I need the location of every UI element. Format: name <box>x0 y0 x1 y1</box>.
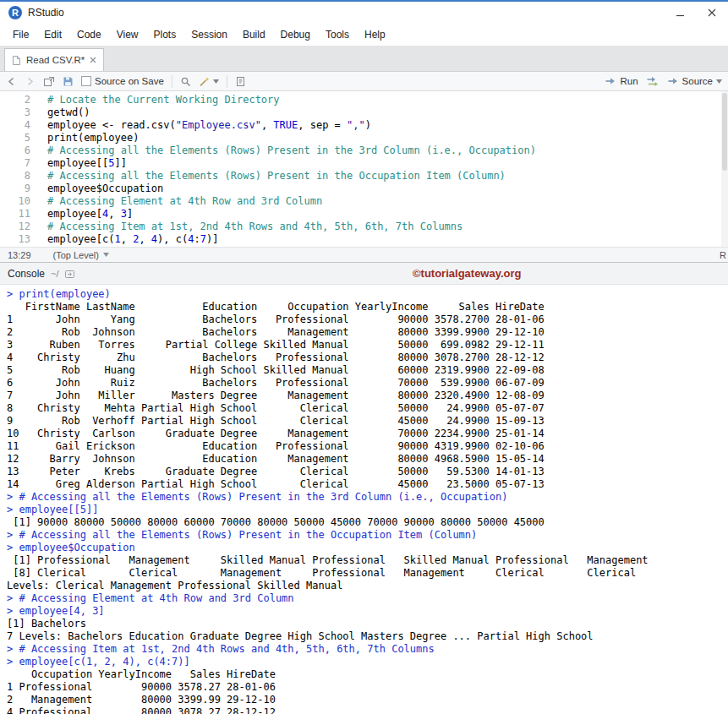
close-button[interactable] <box>706 7 718 19</box>
console-output[interactable]: > print(employee) FirstName LastName Edu… <box>0 285 728 714</box>
console-line: > employee$Occupation <box>7 542 728 554</box>
file-type-selector[interactable]: R Script <box>720 250 728 260</box>
console-line: > # Accessing all the Elements (Rows) Pr… <box>7 529 728 542</box>
line-number: 2 <box>0 94 30 106</box>
console-line: 1 John Yang Bachelors Professional 90000… <box>7 313 728 326</box>
console-line: FirstName LastName Education Occupation … <box>7 301 728 313</box>
console-line: > employee[4, 3] <box>7 605 728 618</box>
line-number: 4 <box>0 119 30 132</box>
menu-plots[interactable]: Plots <box>146 25 184 44</box>
console-line: 3 Ruben Torres Partial College Skilled M… <box>7 339 728 352</box>
console-line: Levels: Clerical Management Professional… <box>7 580 728 592</box>
code-line: # Accessing Item at 1st, 2nd 4th Rows an… <box>47 221 728 233</box>
menu-help[interactable]: Help <box>357 25 393 44</box>
code-line: # Accessing all the Elements (Rows) Pres… <box>47 144 728 157</box>
toolbar-separator <box>172 75 172 88</box>
window-controls <box>674 7 720 19</box>
compile-report-icon[interactable] <box>235 76 246 87</box>
editor-scrollbar[interactable] <box>721 91 728 247</box>
code-line: # Accessing Element at 4th Row and 3rd C… <box>47 195 728 208</box>
console-line: > # Accessing Item at 1st, 2nd 4th Rows … <box>7 643 728 656</box>
menu-view[interactable]: View <box>109 25 146 44</box>
menu-session[interactable]: Session <box>183 25 235 44</box>
console-line: 8 Christy Mehta Partial High School Cler… <box>7 402 728 415</box>
line-number: 12 <box>0 221 30 233</box>
source-on-save-checkbox[interactable] <box>81 76 91 86</box>
tab-close-icon[interactable] <box>90 57 96 63</box>
code-line: employee[[5]] <box>47 157 728 170</box>
forward-icon[interactable] <box>25 76 36 87</box>
toolbar-separator <box>227 75 227 88</box>
source-editor[interactable]: 2345678910111213 # Locate the Current Wo… <box>0 91 728 247</box>
r-file-icon <box>12 55 21 66</box>
back-icon[interactable] <box>6 76 17 87</box>
open-in-new-window-icon[interactable] <box>43 76 55 87</box>
tabbar: Read CSV.R* <box>0 46 728 72</box>
editor-toolbar: Source on Save Run Source <box>0 72 728 91</box>
console-line: 2 Management 80000 3399.99 29-12-10 <box>7 694 728 706</box>
menu-edit[interactable]: Edit <box>36 25 69 44</box>
editor-code: # Locate the Current Working Directoryge… <box>39 91 728 247</box>
code-line: # Accessing all the Elements (Rows) Pres… <box>47 170 728 183</box>
editor-status-bar: 13:29 (Top Level) R Script <box>0 247 728 262</box>
console-working-dir: ~/ <box>51 269 58 279</box>
rerun-icon[interactable] <box>646 76 660 86</box>
menu-tools[interactable]: Tools <box>318 25 357 44</box>
console-line: [1] 90000 80000 50000 80000 60000 70000 … <box>7 516 728 529</box>
source-button[interactable]: Source <box>667 76 722 86</box>
chevron-down-icon <box>716 79 722 84</box>
editor-gutter: 2345678910111213 <box>0 91 39 247</box>
menu-code[interactable]: Code <box>69 25 109 44</box>
console-line: 12 Barry Johnson Education Management 80… <box>7 453 728 466</box>
console-line: 9 Rob Verhoff Partial High School Cleric… <box>7 415 728 428</box>
titlebar: R RStudio <box>0 2 728 24</box>
console-line: 13 Peter Krebs Graduate Degree Clerical … <box>7 466 728 478</box>
source-on-save-label: Source on Save <box>95 76 164 86</box>
find-replace-icon[interactable] <box>180 76 191 87</box>
save-icon[interactable] <box>63 76 74 87</box>
scrollbar-thumb[interactable] <box>722 93 727 171</box>
console-line: 4 Professional 80000 3078.27 28-12-12 <box>7 706 728 714</box>
console-title: Console <box>8 268 45 280</box>
console-header: Console ~/ ©tutorialgateway.org <box>0 263 728 285</box>
cursor-position: 13:29 <box>8 250 31 260</box>
console-line: [1] Professional Management Skilled Manu… <box>7 554 728 567</box>
console-line: 2 Rob Johnson Bachelors Management 80000… <box>7 326 728 339</box>
code-line: # Locate the Current Working Directory <box>47 94 728 106</box>
chevron-down-icon <box>103 253 109 257</box>
line-number: 9 <box>0 183 30 195</box>
tab-read-csv[interactable]: Read CSV.R* <box>4 48 104 71</box>
code-line: employee[4, 3] <box>47 208 728 221</box>
menu-debug[interactable]: Debug <box>273 25 318 44</box>
scope-selector[interactable]: (Top Level) <box>53 250 109 260</box>
console-line: 11 Gail Erickson Education Professional … <box>7 440 728 453</box>
line-number: 7 <box>0 157 30 170</box>
logo-letter: R <box>12 8 19 18</box>
run-label: Run <box>620 76 638 86</box>
rstudio-window: R RStudio FileEditCodeViewPlotsSessionBu… <box>0 0 728 714</box>
line-number: 11 <box>0 208 30 221</box>
code-line: print(employee) <box>47 132 728 144</box>
console-pane: Console ~/ ©tutorialgateway.org > print(… <box>0 262 728 714</box>
line-number: 5 <box>0 132 30 144</box>
scope-label: (Top Level) <box>53 250 99 260</box>
window-title: RStudio <box>28 7 64 19</box>
menu-file[interactable]: File <box>5 25 36 44</box>
code-line: getwd() <box>47 106 728 119</box>
console-line: [8] Clerical Clerical Management Profess… <box>7 567 728 580</box>
console-line: 6 John Ruiz Bachelors Professional 70000… <box>7 377 728 390</box>
console-line: 5 Rob Huang High School Skilled Manual 6… <box>7 364 728 377</box>
minimize-button[interactable] <box>674 7 686 19</box>
console-line: > employee[c(1, 2, 4), c(4:7)] <box>7 656 728 668</box>
run-button[interactable]: Run <box>605 76 638 86</box>
go-to-directory-icon[interactable] <box>65 270 74 278</box>
console-line: 1 Professional 90000 3578.27 28-01-06 <box>7 681 728 694</box>
console-line: > employee[[5]] <box>7 504 728 516</box>
line-number: 8 <box>0 170 30 183</box>
code-line: employee <- read.csv("Employee.csv", TRU… <box>47 119 728 132</box>
source-on-save-toggle[interactable]: Source on Save <box>81 76 164 86</box>
tab-label: Read CSV.R* <box>26 55 85 65</box>
code-tools-menu[interactable] <box>199 76 219 87</box>
menu-build[interactable]: Build <box>235 25 273 44</box>
menubar: FileEditCodeViewPlotsSessionBuildDebugTo… <box>0 24 728 46</box>
